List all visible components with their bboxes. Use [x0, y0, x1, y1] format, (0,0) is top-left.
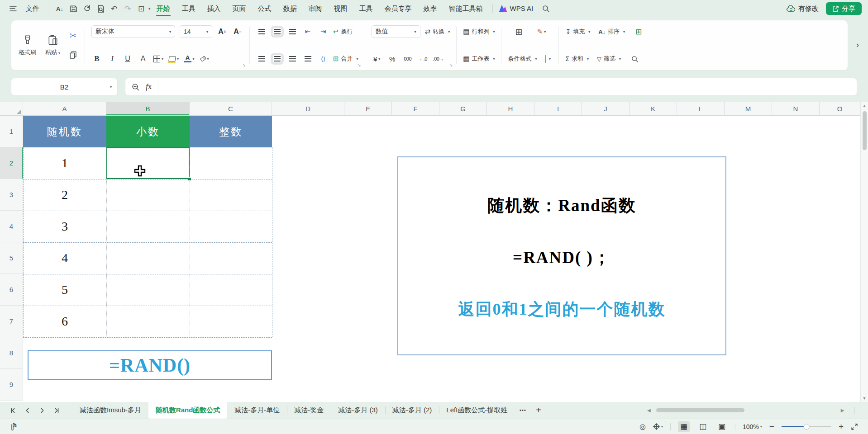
column-header-i[interactable]: I	[534, 102, 582, 116]
menu-tools-1[interactable]: 工具	[176, 0, 201, 17]
decrease-indent-button[interactable]: ⇤	[302, 26, 313, 38]
scroll-right-icon[interactable]: ▶	[838, 408, 847, 413]
column-header-h[interactable]: H	[487, 102, 534, 116]
sum-button[interactable]: Σ 求和▾	[565, 55, 589, 63]
paste-button[interactable]: 粘贴▾	[43, 33, 62, 57]
cell-a4[interactable]: 3	[23, 211, 106, 242]
sheet-tab-0[interactable]: 减法函数Imsub-多月	[72, 402, 148, 419]
conditional-format-button[interactable]: 条件格式▾	[508, 55, 537, 63]
find-button[interactable]	[629, 53, 640, 65]
prev-sheet-icon[interactable]	[23, 406, 33, 415]
zoom-in-button[interactable]: +	[839, 422, 844, 431]
cell-a1[interactable]: 随机数	[23, 116, 106, 147]
undo-icon[interactable]: ↶	[107, 3, 121, 14]
next-sheet-icon[interactable]	[37, 406, 47, 415]
search-icon[interactable]	[539, 3, 553, 14]
row-header-8[interactable]: 8	[0, 337, 23, 369]
first-sheet-icon[interactable]	[8, 406, 18, 415]
vertical-scrollbar[interactable]: ▲ ▼	[860, 102, 868, 402]
cut-button[interactable]: ✂	[67, 30, 78, 42]
justify-button[interactable]	[302, 53, 313, 65]
font-dialog-launcher[interactable]: ↘	[242, 63, 246, 67]
column-header-g[interactable]: G	[439, 102, 487, 116]
align-center-button[interactable]	[272, 53, 282, 65]
page-layout-view-icon[interactable]: ◫	[697, 421, 709, 432]
export-icon[interactable]	[80, 3, 94, 14]
hamburger-menu-icon[interactable]	[6, 3, 20, 14]
menu-member[interactable]: 会员专享	[379, 0, 418, 17]
menu-efficiency[interactable]: 效率	[418, 0, 443, 17]
more-sheets-button[interactable]: ⋯	[515, 406, 531, 415]
cell-a3[interactable]: 2	[23, 179, 106, 211]
zoom-out-button[interactable]: −	[769, 422, 774, 431]
menu-data[interactable]: 数据	[277, 0, 303, 17]
column-header-f[interactable]: F	[392, 102, 439, 116]
fill-handle[interactable]	[188, 177, 191, 181]
strikethrough-button[interactable]: A	[138, 53, 148, 65]
column-header-b[interactable]: B	[106, 102, 190, 116]
zoom-slider-thumb[interactable]	[803, 424, 809, 429]
currency-button[interactable]: ¥▾	[372, 53, 382, 65]
freeze-panes-button[interactable]: ⊞	[633, 26, 644, 38]
align-right-button[interactable]	[287, 53, 298, 65]
fill-color-button[interactable]: ▾	[168, 53, 179, 65]
column-header-n[interactable]: N	[772, 102, 820, 116]
macro-js-icon[interactable]: JS	[10, 423, 18, 431]
alignment-dialog-launcher[interactable]: ↘	[358, 63, 361, 67]
sync-status[interactable]: 有修改	[787, 5, 819, 13]
insert-function-button[interactable]: fx	[146, 82, 152, 91]
column-header-k[interactable]: K	[630, 102, 677, 116]
column-header-e[interactable]: E	[344, 102, 392, 116]
menu-review[interactable]: 审阅	[303, 0, 328, 17]
align-bottom-button[interactable]	[287, 26, 298, 38]
column-header-j[interactable]: J	[582, 102, 630, 116]
name-box-caret-icon[interactable]: ▾	[110, 85, 112, 89]
align-left-button[interactable]	[256, 53, 267, 65]
row-header-6[interactable]: 6	[0, 274, 23, 306]
column-header-a[interactable]: A	[23, 102, 106, 116]
column-header-o[interactable]: O	[820, 102, 860, 116]
page-break-view-icon[interactable]: ▣	[716, 421, 728, 432]
number-dialog-launcher[interactable]: ↘	[449, 63, 453, 67]
increase-indent-button[interactable]: ⇥	[318, 26, 329, 38]
row-header-5[interactable]: 5	[0, 242, 23, 274]
column-header-m[interactable]: M	[725, 102, 772, 116]
decrease-font-button[interactable]: A−	[232, 26, 243, 38]
format-painter-button[interactable]: 格式刷	[17, 33, 38, 57]
menu-formulas[interactable]: 公式	[252, 0, 277, 17]
row-header-3[interactable]: 3	[0, 179, 23, 211]
redo-icon[interactable]: ↷	[121, 3, 134, 14]
scroll-left-icon[interactable]: ◀	[644, 408, 653, 413]
eraser-button[interactable]: ▾	[199, 53, 210, 65]
borders-button[interactable]: ▾	[153, 53, 164, 65]
spreadsheet-grid[interactable]: A B C D E F G H I J K L M N O 1 2 3 4 5 …	[0, 102, 868, 402]
sheet-tab-1-active[interactable]: 随机数Rand函数公式	[148, 402, 228, 419]
table-tools-icon[interactable]: ⊡	[134, 3, 148, 14]
normal-view-icon[interactable]: ▦	[678, 421, 690, 432]
formula-input[interactable]	[158, 78, 850, 95]
sort-button[interactable]: A↓ 排序▾	[598, 28, 625, 36]
number-format-select[interactable]: 数值▾	[372, 25, 420, 38]
menu-smart-toolbox[interactable]: 智能工具箱	[443, 0, 489, 17]
sheet-tab-6[interactable]: Left函数公式-提取姓	[439, 402, 515, 419]
percent-button[interactable]: %	[387, 53, 398, 65]
cell-a7[interactable]: 6	[23, 306, 106, 337]
row-header-9[interactable]: 9	[0, 369, 23, 401]
sheet-tab-5[interactable]: 减法-多月 (2)	[385, 402, 439, 419]
row-header-1[interactable]: 1	[0, 116, 23, 147]
cell-b1[interactable]: 小数	[106, 116, 190, 147]
cell-a5[interactable]: 4	[23, 242, 106, 274]
print-preview-icon[interactable]	[94, 3, 107, 14]
fullscreen-icon[interactable]	[851, 423, 858, 430]
rows-columns-button[interactable]: ▤ 行和列▾	[463, 28, 495, 36]
horizontal-scrollbar[interactable]: ◀ ▶	[644, 402, 854, 419]
row-header-2[interactable]: 2	[0, 147, 23, 179]
copy-button[interactable]	[67, 49, 78, 61]
horizontal-scroll-thumb[interactable]	[656, 408, 744, 412]
menu-home[interactable]: 开始	[151, 0, 176, 17]
column-header-c[interactable]: C	[190, 102, 272, 116]
quick-sort-icon[interactable]: A↓	[53, 3, 67, 14]
ribbon-expand-button[interactable]: ›	[852, 38, 863, 52]
rand-formula-textbox[interactable]: =RAND()	[28, 350, 272, 380]
font-size-select[interactable]: 14▾	[180, 25, 212, 38]
